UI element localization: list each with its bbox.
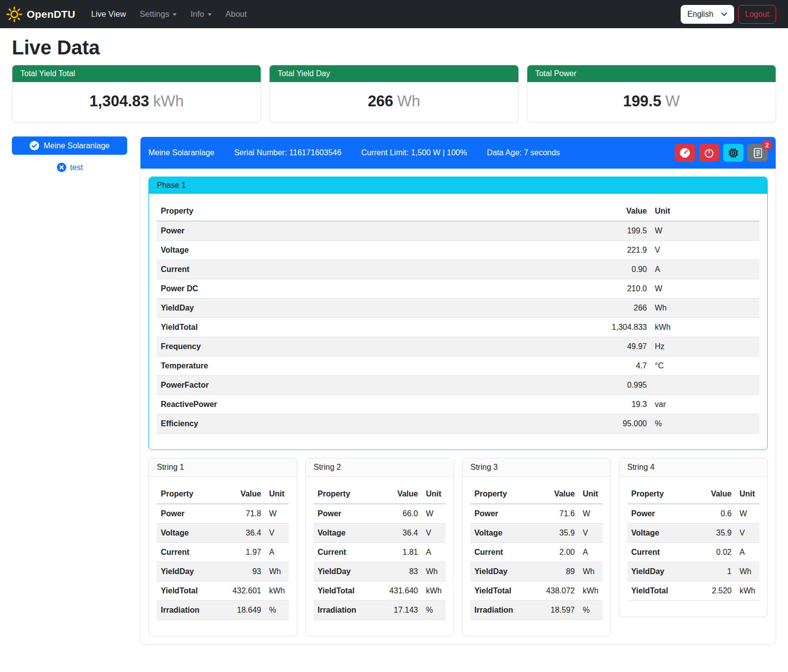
column-unit: Unit [579, 485, 603, 504]
unit-cell: V [579, 524, 603, 543]
card-title: Total Power [527, 65, 776, 82]
nav-item-settings[interactable]: Settings [133, 5, 184, 23]
page-content: Live Data Total Yield Total 1,304.83kWh … [0, 37, 788, 659]
table-row: Power0.6W [627, 504, 759, 524]
event-log-button[interactable]: 2 [747, 144, 768, 162]
value-cell: 66.0 [380, 504, 422, 524]
nav-item-label: About [226, 9, 247, 19]
table-row: Voltage35.9V [627, 524, 759, 543]
table-header-row: Property Value Unit [627, 485, 759, 504]
value-cell: 89 [537, 562, 579, 582]
property-cell: ReactivePower [157, 395, 572, 414]
value-cell: 438.072 [537, 582, 579, 601]
navbar: OpenDTU Live View Settings Info About En… [0, 0, 788, 28]
string-body: Property Value Unit Power71.8W Voltage36… [149, 477, 297, 636]
sidebar-item-other-inverter[interactable]: test [12, 162, 127, 173]
property-cell: Efficiency [157, 414, 572, 434]
device-info-button[interactable] [723, 144, 743, 162]
table-row: Current1.81A [314, 543, 446, 562]
property-cell: YieldTotal [157, 318, 572, 337]
table-row: YieldTotal438.072kWh [470, 582, 603, 601]
value-cell: 17.143 [380, 601, 422, 620]
column-property: Property [627, 485, 694, 504]
table-row: Power71.8W [157, 504, 289, 524]
power-icon [704, 148, 714, 158]
unit-cell: W [265, 504, 289, 524]
value-cell: 1.97 [223, 543, 265, 562]
value-cell: 0.995 [572, 376, 650, 395]
table-header-row: Property Value Unit [314, 485, 446, 504]
card-unit: W [665, 92, 680, 110]
column-unit: Unit [651, 202, 759, 221]
unit-cell: Wh [422, 562, 446, 582]
nav-item-live-view[interactable]: Live View [84, 5, 133, 23]
property-cell: Voltage [157, 524, 223, 543]
card-unit: kWh [153, 92, 184, 110]
table-row: Voltage36.4V [157, 524, 289, 543]
property-cell: YieldTotal [627, 582, 694, 601]
column-property: Property [157, 202, 572, 221]
table-row: YieldTotal431.640kWh [314, 582, 446, 601]
table-header-row: Property Value Unit [470, 485, 603, 504]
property-cell: Voltage [157, 241, 572, 260]
property-cell: YieldDay [157, 562, 223, 582]
value-cell: 83 [380, 562, 422, 582]
inverter-sidebar: Meine Solaranlage test [12, 136, 127, 173]
summary-cards: Total Yield Total 1,304.83kWh Total Yiel… [12, 65, 776, 123]
unit-cell: kWh [265, 582, 289, 601]
event-count-badge: 2 [762, 140, 772, 150]
table-row: YieldDay93Wh [157, 562, 289, 582]
card-value: 266 [368, 92, 393, 110]
string-table: Property Value Unit Power71.8W Voltage36… [157, 485, 289, 620]
table-row: YieldTotal432.601kWh [157, 582, 289, 601]
value-cell: 1.81 [380, 543, 422, 562]
property-cell: Current [314, 543, 380, 562]
power-settings-button[interactable] [699, 144, 719, 162]
chevron-down-icon [721, 12, 727, 16]
table-row: Temperature4.7°C [157, 357, 759, 376]
value-cell: 49.97 [572, 337, 650, 357]
unit-cell: V [422, 524, 446, 543]
value-cell: 1 [694, 562, 736, 582]
column-value: Value [380, 485, 422, 504]
string-table: Property Value Unit Power66.0W Voltage36… [314, 485, 446, 620]
unit-cell: A [265, 543, 289, 562]
value-cell: 95.000 [572, 414, 650, 434]
unit-cell: A [579, 543, 603, 562]
unit-cell: % [422, 601, 446, 620]
property-cell: Power DC [157, 279, 572, 299]
language-select[interactable]: English [681, 5, 734, 24]
table-row: YieldTotal1,304.833kWh [157, 318, 759, 337]
unit-cell: W [422, 504, 446, 524]
value-cell: 18.597 [537, 601, 579, 620]
property-cell: YieldTotal [314, 582, 380, 601]
table-row: ReactivePower19.3var [157, 395, 759, 414]
table-header-row: Property Value Unit [157, 485, 289, 504]
value-cell: 71.8 [223, 504, 265, 524]
value-cell: 210.0 [572, 279, 650, 299]
inverter-panel: Meine Solaranlage Serial Number: 1161716… [140, 136, 776, 645]
value-cell: 71.6 [537, 504, 579, 524]
property-cell: Current [157, 260, 572, 279]
sidebar-item-selected-inverter[interactable]: Meine Solaranlage [12, 136, 127, 155]
unit-cell: °C [651, 357, 759, 376]
language-value: English [688, 10, 713, 19]
property-cell: Current [627, 543, 694, 562]
table-row: Current0.90A [157, 260, 759, 279]
nav-item-info[interactable]: Info [184, 5, 219, 23]
unit-cell: Wh [651, 299, 759, 318]
string-title: String 4 [619, 458, 767, 477]
property-cell: Power [627, 504, 694, 524]
brand[interactable]: OpenDTU [6, 6, 75, 23]
unit-cell: V [736, 524, 759, 543]
limit-settings-button[interactable] [675, 144, 695, 162]
value-cell: 0.6 [694, 504, 736, 524]
logout-button[interactable]: Logout [738, 5, 776, 24]
column-unit: Unit [736, 485, 759, 504]
value-cell: 199.5 [572, 221, 650, 241]
nav-item-label: Info [190, 9, 204, 19]
string-body: Property Value Unit Power0.6W Voltage35.… [619, 477, 767, 617]
phase-card: Phase 1 Property Value Unit [148, 177, 768, 450]
value-cell: 2.520 [694, 582, 736, 601]
nav-item-about[interactable]: About [219, 5, 254, 23]
